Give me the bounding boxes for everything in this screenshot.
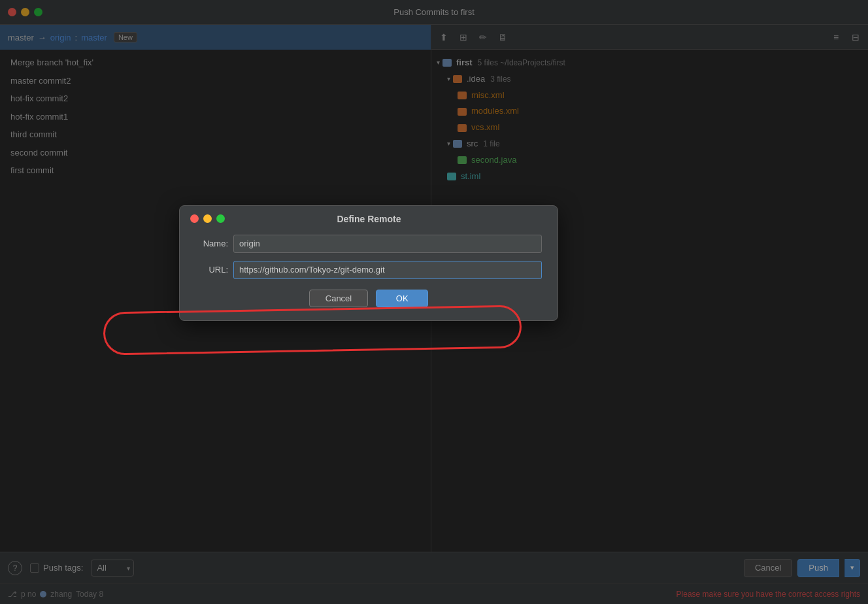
name-input[interactable] — [233, 235, 542, 253]
dialog-minimize-button[interactable] — [203, 214, 212, 223]
define-remote-dialog: Define Remote Name: URL: Cancel OK — [179, 205, 558, 321]
modal-overlay: Define Remote Name: URL: Cancel OK — [0, 0, 868, 604]
name-field: Name: — [195, 235, 542, 253]
url-field: URL: — [195, 261, 542, 279]
dialog-window-controls — [190, 214, 225, 223]
dialog-cancel-button[interactable]: Cancel — [309, 290, 368, 307]
url-label: URL: — [195, 265, 228, 275]
dialog-title: Define Remote — [230, 214, 508, 224]
dialog-actions: Cancel OK — [195, 290, 542, 307]
dialog-maximize-button[interactable] — [216, 214, 225, 223]
name-label: Name: — [195, 239, 228, 248]
dialog-body: Name: URL: Cancel OK — [180, 229, 558, 320]
dialog-close-button[interactable] — [190, 214, 199, 223]
dialog-ok-button[interactable]: OK — [376, 290, 428, 307]
dialog-titlebar: Define Remote — [180, 206, 558, 229]
url-input[interactable] — [233, 261, 542, 279]
